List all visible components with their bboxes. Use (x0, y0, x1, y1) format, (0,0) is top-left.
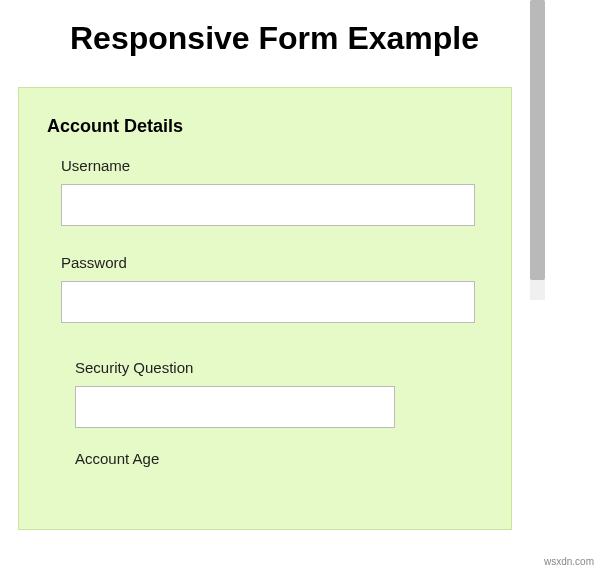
username-label: Username (61, 157, 483, 174)
security-question-input[interactable] (75, 386, 395, 428)
password-input[interactable] (61, 281, 475, 323)
security-question-field: Security Question (75, 359, 483, 428)
password-label: Password (61, 254, 483, 271)
account-age-label: Account Age (75, 450, 483, 467)
form-card: Account Details Username Password Securi… (18, 87, 512, 530)
sub-group: Security Question Account Age (75, 359, 483, 467)
scrollbar-thumb[interactable] (530, 0, 545, 280)
security-question-label: Security Question (75, 359, 483, 376)
username-field: Username (61, 157, 483, 226)
scrollbar-track[interactable] (530, 0, 545, 300)
account-age-field: Account Age (75, 450, 483, 467)
watermark: wsxdn.com (544, 556, 594, 567)
username-input[interactable] (61, 184, 475, 226)
page-title: Responsive Form Example (0, 0, 530, 57)
password-field: Password (61, 254, 483, 323)
section-title: Account Details (47, 116, 483, 137)
